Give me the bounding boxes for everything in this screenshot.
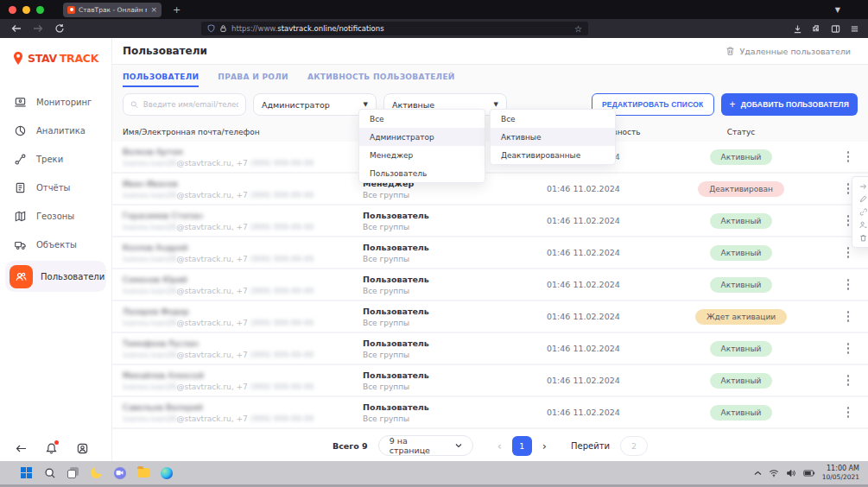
tray-chevron-up-icon[interactable] xyxy=(754,471,762,476)
file-explorer-button[interactable] xyxy=(131,461,155,484)
link-icon xyxy=(859,208,867,216)
taskbar-search-button[interactable] xyxy=(38,461,61,484)
minimize-window-button[interactable] xyxy=(22,6,30,14)
lock-icon xyxy=(219,24,227,33)
reload-icon[interactable] xyxy=(54,23,65,34)
last-activity: 01:46 11.02.2024 xyxy=(547,344,681,353)
table-row: Герасимов Степан ivanov.ivan26@stavtrack… xyxy=(112,206,868,237)
user-group: Все группы xyxy=(363,351,547,359)
page-number-button[interactable]: 1 xyxy=(512,436,532,456)
dropdown-option[interactable]: Все xyxy=(359,110,485,128)
row-menu-button[interactable] xyxy=(844,339,853,357)
menu-item-login-as-user[interactable]: Войти как пользователь xyxy=(852,180,868,193)
deleted-users-link[interactable]: Удаленные пользователи xyxy=(725,46,852,56)
dropdown-option[interactable]: Деактивированные xyxy=(491,146,615,164)
sidebar-nav: Мониторинг Аналитика Треки Отчёты Геозон… xyxy=(0,88,111,292)
url-bar[interactable]: https://www.stavtrack.online/notificatio… xyxy=(201,22,588,35)
search-box[interactable] xyxy=(123,93,246,116)
tab-list-chevron-icon[interactable]: ▼ xyxy=(835,6,840,14)
search-input[interactable] xyxy=(143,100,238,109)
dropdown-option[interactable]: Все xyxy=(491,110,615,128)
taskbar-clock[interactable]: 11:00 AM 10/05/2021 xyxy=(822,464,859,483)
volume-icon[interactable] xyxy=(786,469,796,478)
edge-button[interactable] xyxy=(155,461,178,484)
users-table: Волков Артем ivanov.ivan26@stavtrack.ru,… xyxy=(112,142,868,429)
tab-rights-roles[interactable]: ПРАВА И РОЛИ xyxy=(218,73,288,87)
status-badge: Активный xyxy=(710,373,773,389)
task-view-button[interactable] xyxy=(61,461,85,484)
forward-icon[interactable] xyxy=(33,24,43,33)
row-menu-button[interactable] xyxy=(844,307,853,326)
status-badge: Активный xyxy=(710,341,773,357)
battery-icon[interactable] xyxy=(803,470,815,477)
start-button[interactable] xyxy=(15,461,38,484)
sidebar-item-analytics[interactable]: Аналитика xyxy=(0,117,111,145)
wifi-icon[interactable] xyxy=(769,469,779,478)
sidebar-footer xyxy=(0,442,111,455)
goto-page-input[interactable]: 2 xyxy=(620,436,648,456)
prev-page-icon[interactable]: ‹ xyxy=(497,440,502,452)
add-user-button[interactable]: + ДОБАВИТЬ ПОЛЬЗОВАТЕЛЯ xyxy=(721,93,858,116)
maximize-window-button[interactable] xyxy=(36,6,44,14)
status-badge: Активный xyxy=(710,405,773,421)
page-title-bar: Пользователи Удаленные пользователи xyxy=(112,38,868,65)
folder-icon xyxy=(137,468,149,478)
dropdown-option[interactable]: Администратор xyxy=(359,128,485,146)
user-role: Пользователь xyxy=(363,243,547,252)
dropdown-option[interactable]: Активные xyxy=(491,128,615,146)
row-menu-button[interactable] xyxy=(844,148,853,166)
tab-user-activity[interactable]: АКТИВНОСТЬ ПОЛЬЗОВАТЕЛЕЙ xyxy=(307,73,455,87)
header-name: Имя/Электронная почта/телефон xyxy=(123,128,363,136)
tab-users[interactable]: ПОЛЬЗОВАТЕЛИ xyxy=(123,73,199,87)
row-menu-button[interactable] xyxy=(844,403,853,421)
notifications-bell-icon[interactable] xyxy=(45,442,58,455)
trash-icon xyxy=(859,234,867,242)
role-dropdown-panel: Все Администратор Менеджер Пользователь xyxy=(358,109,485,183)
sidebar-item-users[interactable]: Пользователи xyxy=(5,261,106,292)
menu-item-delete-user[interactable]: Удалить пользователя xyxy=(852,231,868,244)
menu-item-copy-login-link[interactable]: Скопировать ссылку для входа xyxy=(852,206,868,218)
user-name: Волков Артем xyxy=(123,147,363,156)
tab-title: СтавТрак - Онлайн мониторин xyxy=(79,6,147,14)
new-tab-button[interactable]: + xyxy=(173,4,181,16)
logo-pin-icon xyxy=(11,51,25,66)
back-icon[interactable] xyxy=(11,24,22,33)
row-menu-button[interactable] xyxy=(844,371,853,389)
chat-button[interactable] xyxy=(108,461,131,484)
close-window-button[interactable] xyxy=(9,6,16,14)
menu-item-deactivate[interactable]: Деактивировать xyxy=(852,218,868,231)
close-tab-icon[interactable]: × xyxy=(150,6,157,14)
per-page-select[interactable]: 9 на странице xyxy=(378,435,473,456)
sidebar-item-geozones[interactable]: Геозоны xyxy=(0,202,111,231)
table-row: Лазарев Федор ivanov.ivan26@stavtrack.ru… xyxy=(112,301,868,333)
row-menu-button[interactable] xyxy=(844,275,853,294)
downloads-icon[interactable] xyxy=(793,24,802,34)
sidebar-item-reports[interactable]: Отчёты xyxy=(0,174,111,202)
route-icon xyxy=(14,153,27,166)
sidebar-item-monitoring[interactable]: Мониторинг xyxy=(0,88,111,117)
menu-item-edit[interactable]: Редактировать xyxy=(852,193,868,206)
sidebar-panel-icon[interactable] xyxy=(831,24,840,34)
status-badge: Деактивирован xyxy=(698,181,784,197)
browser-tab[interactable]: СтавТрак - Онлайн мониторин × xyxy=(63,3,162,17)
bookmark-star-icon[interactable]: ☆ xyxy=(574,24,582,34)
moon-app-button[interactable] xyxy=(85,461,108,484)
row-menu-button[interactable] xyxy=(844,244,853,262)
next-page-icon[interactable]: › xyxy=(542,440,547,452)
account-icon[interactable] xyxy=(76,442,89,455)
monitor-icon xyxy=(14,96,27,109)
table-row: Козлов Андрей ivanov.ivan26@stavtrack.ru… xyxy=(112,237,868,269)
dropdown-option[interactable]: Пользователь xyxy=(359,164,485,182)
dropdown-option[interactable]: Менеджер xyxy=(359,146,485,164)
user-email-phone: ivanov.ivan26@stavtrack.ru, +7 (999) 999… xyxy=(123,383,363,391)
chevron-down-icon: ▼ xyxy=(494,101,498,108)
sidebar-item-tracks[interactable]: Треки xyxy=(0,145,111,174)
menu-hamburger-icon[interactable] xyxy=(850,24,859,34)
sidebar-item-objects[interactable]: Объекты xyxy=(0,231,111,259)
user-group: Все группы xyxy=(363,319,547,327)
extensions-puzzle-icon[interactable] xyxy=(812,24,821,34)
sidebar: STAVTRACK Мониторинг Аналитика Треки От xyxy=(0,38,112,461)
last-activity: 01:46 11.02.2024 xyxy=(547,184,681,193)
user-email-phone: ivanov.ivan26@stavtrack.ru, +7 (999) 999… xyxy=(123,191,363,199)
collapse-arrow-icon[interactable] xyxy=(16,444,27,453)
